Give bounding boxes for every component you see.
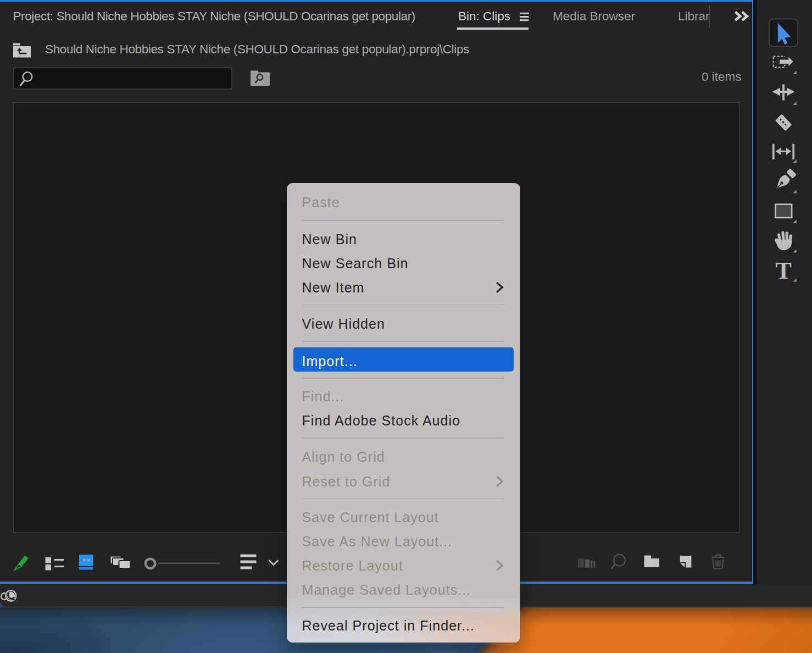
svg-text:T: T xyxy=(776,257,792,284)
